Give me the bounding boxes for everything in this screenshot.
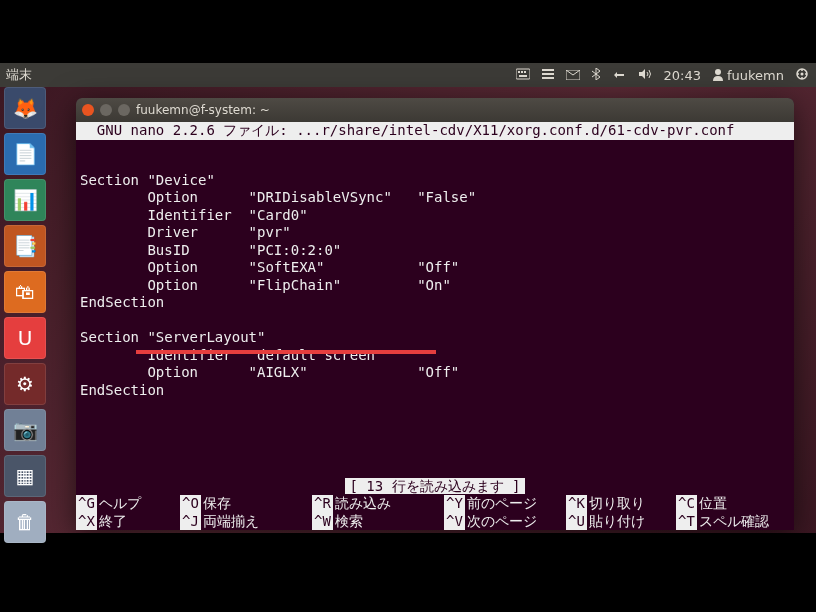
- shortcut-key: ^Y: [444, 495, 465, 513]
- launcher-impress[interactable]: 📑: [4, 225, 46, 267]
- svg-rect-7: [542, 77, 554, 79]
- svg-rect-4: [519, 75, 527, 77]
- shortcut-key: ^R: [312, 495, 333, 513]
- nano-header-bar: GNU nano 2.2.6 ファイル: ...r/share/intel-cd…: [76, 122, 794, 140]
- shortcut-key: ^C: [676, 495, 697, 513]
- highlight-mark: [136, 350, 436, 354]
- app-indicator[interactable]: 端末: [0, 66, 32, 84]
- svg-point-11: [801, 72, 804, 75]
- shortcut-key: ^K: [566, 495, 587, 513]
- shortcut-label: 両端揃え: [203, 513, 259, 531]
- nano-content[interactable]: Section "Device" Option "DRIDisableVSync…: [76, 140, 794, 434]
- launcher-screenshot[interactable]: 📷: [4, 409, 46, 451]
- shortcut-label: 読み込み: [335, 495, 391, 513]
- svg-rect-2: [521, 71, 523, 73]
- top-menubar: 端末 20:43 fuukemn: [0, 63, 816, 87]
- shortcut-label: ヘルプ: [99, 495, 141, 513]
- window-titlebar[interactable]: fuukemn@f-system: ~: [76, 98, 794, 122]
- launcher-trash[interactable]: 🗑: [4, 501, 46, 543]
- window-title: fuukemn@f-system: ~: [136, 103, 270, 117]
- shortcut-key: ^X: [76, 513, 97, 531]
- minimize-icon[interactable]: [100, 104, 112, 116]
- launcher-writer[interactable]: 📄: [4, 133, 46, 175]
- launcher-calc[interactable]: 📊: [4, 179, 46, 221]
- close-icon[interactable]: [82, 104, 94, 116]
- clock[interactable]: 20:43: [664, 68, 701, 83]
- volume-indicator-icon[interactable]: [638, 68, 652, 83]
- shortcut-label: 次のページ: [467, 513, 537, 531]
- user-name-label: fuukemn: [727, 68, 784, 83]
- svg-rect-0: [516, 69, 530, 79]
- mail-indicator-icon[interactable]: [566, 68, 580, 83]
- shortcut-key: ^W: [312, 513, 333, 531]
- shortcut-row-1: ^Gヘルプ ^O保存 ^R読み込み ^Y前のページ ^K切り取り ^C位置: [76, 495, 794, 513]
- session-indicator-icon[interactable]: [796, 68, 808, 83]
- shortcut-key: ^G: [76, 495, 97, 513]
- nano-footer: [ 13 行を読み込みます ] ^Gヘルプ ^O保存 ^R読み込み ^Y前のペー…: [76, 478, 794, 531]
- shortcut-row-2: ^X終了 ^J両端揃え ^W検索 ^V次のページ ^U貼り付け ^Tスペル確認: [76, 513, 794, 531]
- bluetooth-indicator-icon[interactable]: [592, 68, 600, 83]
- shortcut-key: ^J: [180, 513, 201, 531]
- launcher-firefox[interactable]: 🦊: [4, 87, 46, 129]
- shortcut-label: 前のページ: [467, 495, 537, 513]
- shortcut-key: ^O: [180, 495, 201, 513]
- svg-point-9: [715, 69, 721, 75]
- shortcut-label: スペル確認: [699, 513, 769, 531]
- shortcut-label: 貼り付け: [589, 513, 645, 531]
- user-icon: [713, 69, 723, 81]
- menu-indicator-icon[interactable]: [542, 68, 554, 83]
- user-indicator[interactable]: fuukemn: [713, 68, 784, 83]
- launcher-workspace[interactable]: ▦: [4, 455, 46, 497]
- svg-rect-3: [524, 71, 526, 73]
- maximize-icon[interactable]: [118, 104, 130, 116]
- launcher-software-center[interactable]: 🛍: [4, 271, 46, 313]
- shortcut-label: 検索: [335, 513, 363, 531]
- unity-launcher: 🦊 📄 📊 📑 🛍 U ⚙ 📷 ▦ 🗑: [4, 87, 50, 543]
- launcher-ubuntu-one[interactable]: U: [4, 317, 46, 359]
- shortcut-label: 終了: [99, 513, 127, 531]
- nano-status-line: [ 13 行を読み込みます ]: [76, 478, 794, 496]
- keyboard-indicator-icon[interactable]: [516, 68, 530, 83]
- svg-rect-6: [542, 73, 554, 75]
- shortcut-key: ^U: [566, 513, 587, 531]
- shortcut-key: ^V: [444, 513, 465, 531]
- terminal-window: fuukemn@f-system: ~ GNU nano 2.2.6 ファイル:…: [76, 98, 794, 530]
- shortcut-label: 位置: [699, 495, 727, 513]
- shortcut-key: ^T: [676, 513, 697, 531]
- svg-rect-1: [518, 71, 520, 73]
- shortcut-label: 切り取り: [589, 495, 645, 513]
- launcher-settings[interactable]: ⚙: [4, 363, 46, 405]
- shortcut-label: 保存: [203, 495, 231, 513]
- svg-rect-5: [542, 69, 554, 71]
- terminal-body[interactable]: GNU nano 2.2.6 ファイル: ...r/share/intel-cd…: [76, 122, 794, 530]
- network-indicator-icon[interactable]: [612, 68, 626, 83]
